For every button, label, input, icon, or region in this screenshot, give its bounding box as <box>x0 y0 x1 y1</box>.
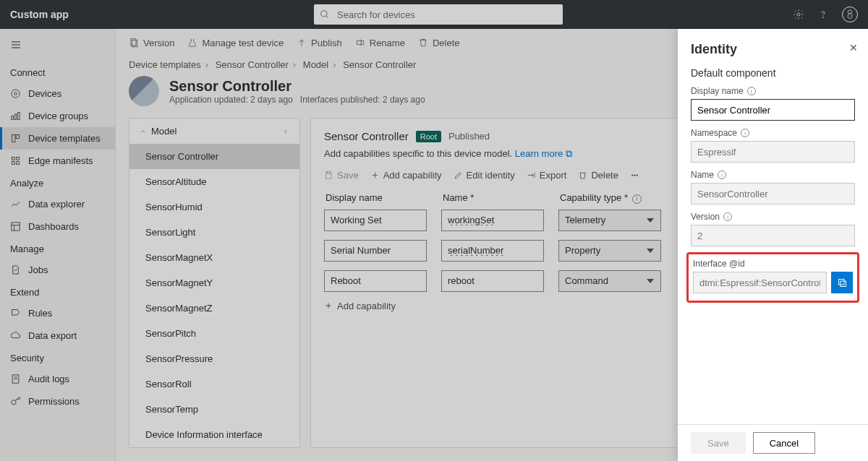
close-icon[interactable]: ✕ <box>849 42 858 53</box>
model-row[interactable]: Sensor Controller <box>129 144 299 169</box>
info-icon[interactable]: i <box>632 194 642 204</box>
model-row[interactable]: Device Information interface <box>129 422 299 447</box>
edit-identity-button[interactable]: Edit identity <box>454 170 515 181</box>
gear-icon[interactable] <box>793 9 804 20</box>
display-input[interactable] <box>324 240 427 262</box>
display-input[interactable] <box>324 210 427 231</box>
nav-device-groups[interactable]: Device groups <box>0 105 115 127</box>
svg-point-7 <box>12 90 20 98</box>
svg-rect-13 <box>16 135 19 139</box>
nav-devices[interactable]: Devices <box>0 82 115 105</box>
nav-data-explorer[interactable]: Data explorer <box>0 193 115 215</box>
component-name: Sensor Controller <box>324 130 409 142</box>
info-icon[interactable]: i <box>718 171 726 179</box>
info-icon[interactable]: i <box>723 212 732 221</box>
type-select[interactable]: Telemetry <box>558 210 661 231</box>
info-icon[interactable]: i <box>741 129 749 137</box>
type-select[interactable]: Command <box>558 270 661 292</box>
crumb-leaf: Sensor Controller <box>343 59 416 70</box>
svg-rect-17 <box>17 162 20 165</box>
help-icon[interactable] <box>817 9 829 20</box>
identity-flyout: Identity ✕ Default component Display nam… <box>678 29 868 461</box>
search-icon <box>320 9 330 20</box>
published-label: Published <box>448 131 490 142</box>
delete-button[interactable]: Delete <box>418 38 460 48</box>
name-label: Name <box>691 170 714 180</box>
svg-point-35 <box>631 175 633 176</box>
svg-rect-14 <box>12 158 15 160</box>
interface-id-input <box>693 272 827 293</box>
svg-point-8 <box>14 92 17 95</box>
search-input[interactable] <box>336 9 557 21</box>
nav-rules[interactable]: Rules <box>0 302 115 324</box>
svg-rect-18 <box>12 223 20 231</box>
svg-rect-10 <box>14 114 17 120</box>
nav-dashboards[interactable]: Dashboards <box>0 215 115 238</box>
nav-device-templates[interactable]: Device templates <box>0 127 115 150</box>
template-thumbnail <box>129 76 159 106</box>
svg-rect-28 <box>357 41 363 45</box>
nav-edge-manifests[interactable]: Edge manifests <box>0 150 115 172</box>
model-row[interactable]: SensorMagnetX <box>129 245 299 270</box>
model-row[interactable]: SensorPitch <box>129 321 299 346</box>
cap-delete-button[interactable]: Delete <box>578 170 618 181</box>
add-capability-button[interactable]: Add capability <box>370 170 442 181</box>
name-input[interactable] <box>441 270 544 292</box>
version-input <box>691 225 855 246</box>
nav-audit-logs[interactable]: Audit logs <box>0 368 115 390</box>
top-bar: Custom app <box>0 0 868 29</box>
model-row[interactable]: SensorHumid <box>129 194 299 220</box>
nav-data-export[interactable]: Data export <box>0 324 115 347</box>
rename-button[interactable]: Rename <box>355 38 405 48</box>
type-select[interactable]: Property <box>558 240 661 262</box>
manage-test-button[interactable]: Manage test device <box>187 38 284 48</box>
svg-point-3 <box>823 17 824 18</box>
crumb-sensor[interactable]: Sensor Controller <box>216 59 289 70</box>
save-button[interactable]: Save <box>324 170 359 181</box>
svg-rect-16 <box>12 162 15 165</box>
svg-point-36 <box>634 175 636 176</box>
chevron-left-icon[interactable] <box>282 128 289 135</box>
crumb-model[interactable]: Model <box>303 59 328 70</box>
version-button[interactable]: Version <box>129 38 174 48</box>
model-row[interactable]: SensorMagnetY <box>129 270 299 296</box>
model-row[interactable]: SensorTemp <box>129 397 299 422</box>
export-button[interactable]: Export <box>527 170 567 181</box>
flyout-subtitle: Default component <box>691 67 855 79</box>
info-icon[interactable]: i <box>747 87 756 95</box>
menu-toggle[interactable] <box>0 35 115 57</box>
svg-point-0 <box>321 11 327 17</box>
display-name-input[interactable] <box>691 99 855 121</box>
svg-rect-15 <box>17 158 20 160</box>
model-panel: Model Sensor Controller SensorAltitude S… <box>129 118 300 448</box>
model-row[interactable]: SensorAltitude <box>129 169 299 194</box>
page-title: Sensor Controller <box>169 78 425 95</box>
cancel-button[interactable]: Cancel <box>753 432 815 454</box>
name-input[interactable] <box>441 240 544 262</box>
nav-header-analyze: Analyze <box>0 172 115 193</box>
model-row[interactable]: SensorPressure <box>129 346 299 371</box>
nav-header-extend: Extend <box>0 281 115 302</box>
display-input[interactable] <box>324 270 427 292</box>
nav-jobs[interactable]: Jobs <box>0 259 115 281</box>
nav-header-security: Security <box>0 347 115 368</box>
col-display: Display name <box>326 192 443 204</box>
svg-rect-12 <box>12 135 15 142</box>
nav-header-connect: Connect <box>0 61 115 82</box>
account-icon[interactable] <box>842 7 858 22</box>
svg-rect-9 <box>12 116 14 120</box>
model-row[interactable]: SensorRoll <box>129 371 299 397</box>
publish-button[interactable]: Publish <box>297 38 342 48</box>
save-button[interactable]: Save <box>691 432 746 454</box>
model-row[interactable]: SensorLight <box>129 220 299 245</box>
more-button[interactable] <box>630 171 639 180</box>
chevron-up-icon[interactable] <box>140 128 147 135</box>
learn-more-link[interactable]: Learn more ⧉ <box>515 148 572 159</box>
crumb-templates[interactable]: Device templates <box>129 59 201 70</box>
id-label: Interface @id <box>693 259 745 269</box>
copy-button[interactable] <box>831 272 853 293</box>
nav-permissions[interactable]: Permissions <box>0 390 115 413</box>
name-input[interactable] <box>441 210 544 231</box>
model-row[interactable]: SensorMagnetZ <box>129 296 299 321</box>
search-box[interactable] <box>314 4 563 25</box>
